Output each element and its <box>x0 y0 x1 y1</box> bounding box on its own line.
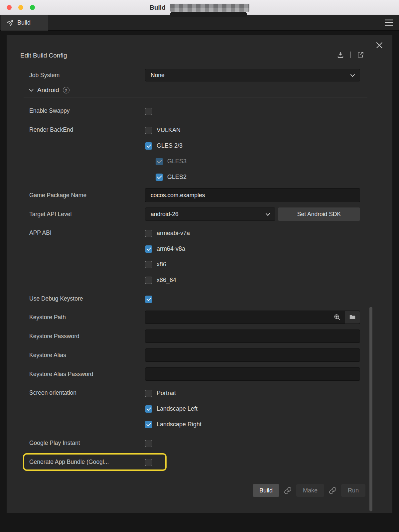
paper-plane-icon <box>6 19 14 27</box>
keystore-path-input[interactable] <box>145 311 360 324</box>
arm64-v8a-label: arm64-v8a <box>157 245 185 252</box>
edit-build-config-dialog: Edit Build Config Job System <box>7 35 392 513</box>
gles2-checkbox[interactable] <box>156 174 163 181</box>
landscape-right-checkbox[interactable] <box>145 421 152 428</box>
x86-64-checkbox[interactable] <box>145 277 152 284</box>
row-screen-orientation: Screen orientation Portrait Landscape Le… <box>20 385 379 432</box>
make-button[interactable]: Make <box>296 484 324 497</box>
header-separator <box>350 52 351 58</box>
landscape-right-label: Landscape Right <box>157 421 201 428</box>
keystore-password-label: Keystore Password <box>29 333 145 340</box>
generate-app-bundle-label: Generate App Bundle (Googl... <box>29 455 145 470</box>
vulkan-label: VULKAN <box>157 127 181 134</box>
target-api-level-value: android-26 <box>151 211 179 218</box>
dialog-title: Edit Build Config <box>20 52 67 59</box>
vulkan-checkbox[interactable] <box>145 127 152 134</box>
censored-text-shadow <box>170 12 247 17</box>
job-system-value: None <box>151 72 165 79</box>
android-section-header[interactable]: Android ? <box>29 85 379 95</box>
browse-folder-button[interactable] <box>345 311 360 324</box>
tab-build[interactable]: Build <box>1 15 48 31</box>
job-system-label: Job System <box>29 72 145 79</box>
dialog-content: Job System None Android <box>7 69 392 497</box>
censored-text <box>170 4 249 12</box>
window-title: Build <box>150 4 166 11</box>
chevron-down-icon <box>350 74 355 77</box>
row-generate-app-bundle: Generate App Bundle (Googl... <box>20 455 379 470</box>
tab-build-label: Build <box>17 19 31 26</box>
link-icon[interactable] <box>329 487 336 494</box>
armeabi-v7a-label: armeabi-v7a <box>157 230 190 237</box>
chevron-down-icon <box>265 213 270 216</box>
row-keystore-path: Keystore Path <box>20 311 379 324</box>
generate-app-bundle-checkbox[interactable] <box>145 459 152 466</box>
row-app-abi: APP ABI armeabi-v7a arm64-v8a x86 x86_64 <box>20 225 379 288</box>
help-icon[interactable]: ? <box>63 87 69 93</box>
armeabi-v7a-checkbox[interactable] <box>145 230 152 237</box>
keystore-alias-input[interactable] <box>145 348 360 362</box>
export-config-icon[interactable] <box>357 51 364 59</box>
keystore-alias-password-input[interactable] <box>145 367 360 381</box>
portrait-checkbox[interactable] <box>145 390 152 397</box>
row-keystore-password: Keystore Password <box>20 330 379 343</box>
keystore-alias-password-label: Keystore Alias Password <box>29 371 145 378</box>
link-icon[interactable] <box>284 487 292 494</box>
row-game-package-name: Game Package Name <box>20 188 379 202</box>
row-render-backend: Render BackEnd VULKAN GLES 2/3 GLES3 GLE… <box>20 122 379 185</box>
game-package-name-input[interactable] <box>145 188 360 202</box>
render-backend-label: Render BackEnd <box>29 122 145 185</box>
chevron-down-icon <box>29 89 34 92</box>
x86-label: x86 <box>157 261 166 268</box>
game-package-name-label: Game Package Name <box>29 192 145 199</box>
import-config-icon[interactable] <box>337 51 344 59</box>
row-target-api-level: Target API Level android-26 Set Android … <box>20 207 379 221</box>
enable-swappy-label: Enable Swappy <box>29 103 145 119</box>
vertical-scrollbar[interactable] <box>369 307 372 511</box>
zoom-search-icon[interactable] <box>333 314 341 321</box>
row-google-play-instant: Google Play Instant <box>20 436 379 451</box>
keystore-password-input[interactable] <box>145 330 360 343</box>
keystore-alias-label: Keystore Alias <box>29 352 145 359</box>
use-debug-keystore-checkbox[interactable] <box>145 296 152 303</box>
gles2-label: GLES2 <box>167 174 187 181</box>
target-api-level-label: Target API Level <box>29 211 145 218</box>
screen-orientation-label: Screen orientation <box>29 385 145 432</box>
app-abi-label: APP ABI <box>29 225 145 288</box>
job-system-dropdown[interactable]: None <box>145 69 360 81</box>
row-keystore-alias: Keystore Alias <box>20 348 379 362</box>
android-section-title: Android <box>37 86 59 94</box>
gles23-label: GLES 2/3 <box>157 142 183 149</box>
keystore-path-label: Keystore Path <box>29 314 145 321</box>
row-use-debug-keystore: Use Debug Keystore <box>20 291 379 307</box>
arm64-v8a-checkbox[interactable] <box>145 245 152 253</box>
set-android-sdk-button[interactable]: Set Android SDK <box>278 207 360 221</box>
dialog-header: Edit Build Config <box>7 35 392 67</box>
x86-64-label: x86_64 <box>157 277 176 284</box>
dialog-footer: Build Make Run <box>20 484 379 497</box>
row-job-system: Job System None <box>20 69 379 81</box>
gles23-checkbox[interactable] <box>145 142 152 150</box>
gles3-checkbox[interactable] <box>156 158 163 165</box>
landscape-left-checkbox[interactable] <box>145 405 152 413</box>
row-keystore-alias-password: Keystore Alias Password <box>20 367 379 381</box>
x86-checkbox[interactable] <box>145 261 152 268</box>
run-button[interactable]: Run <box>341 484 365 497</box>
enable-swappy-checkbox[interactable] <box>145 108 152 115</box>
target-api-level-dropdown[interactable]: android-26 <box>145 207 275 221</box>
row-enable-swappy: Enable Swappy <box>20 103 379 119</box>
menu-icon[interactable] <box>385 19 393 26</box>
google-play-instant-label: Google Play Instant <box>29 436 145 451</box>
section-divider <box>24 97 367 97</box>
landscape-left-label: Landscape Left <box>157 405 198 412</box>
portrait-label: Portrait <box>157 390 176 397</box>
use-debug-keystore-label: Use Debug Keystore <box>29 291 145 307</box>
gles3-label: GLES3 <box>167 158 187 165</box>
build-button[interactable]: Build <box>253 484 279 497</box>
tab-bar: Build <box>0 15 399 31</box>
folder-icon <box>349 314 356 321</box>
google-play-instant-checkbox[interactable] <box>145 440 152 447</box>
